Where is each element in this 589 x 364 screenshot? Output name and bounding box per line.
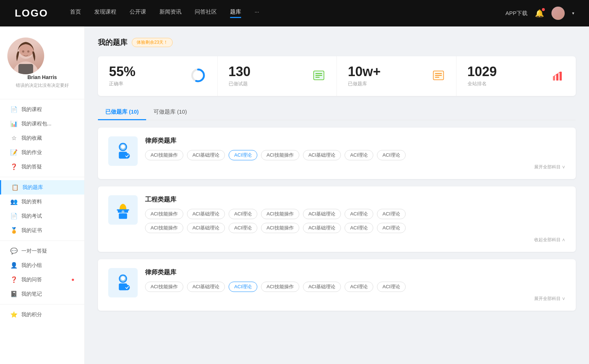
my-notes-icon: 📓 [10, 290, 18, 297]
sidebar-label-my-cert: 我的证书 [21, 227, 74, 234]
tag-eng-r2-6[interactable]: ACI理论 [345, 223, 373, 233]
nav-link-qa[interactable]: 问答社区 [195, 8, 217, 18]
bank-title-lawyer-2: 律师类题库 [145, 268, 565, 276]
sidebar-item-my-homework[interactable]: 📝 我的作业 [0, 145, 84, 160]
bank-card-lawyer-2: 律师类题库 ACI技能操作 ACI基础理论 ACI理论 ACI技能操作 ACI基… [98, 259, 576, 311]
tag-eng-r2-1[interactable]: ACI技能操作 [145, 223, 183, 233]
tag-lawyer1-3[interactable]: ACI理论 [229, 150, 257, 160]
expand-lawyer-1[interactable]: 展开全部科目 ∨ [145, 164, 565, 170]
sidebar-item-my-packages[interactable]: 📊 我的课程包... [0, 117, 84, 131]
tag-lawyer2-4[interactable]: ACI技能操作 [261, 282, 299, 292]
sidebar-item-one-on-one[interactable]: 💬 一对一答疑 [0, 244, 84, 258]
tag-eng-r1-5[interactable]: ACI基础理论 [303, 209, 341, 219]
stat-accuracy-value: 55% [109, 65, 184, 78]
tag-lawyer1-1[interactable]: ACI技能操作 [145, 150, 183, 160]
sidebar-item-my-bank[interactable]: 📋 我的题库 [0, 180, 84, 195]
expand-lawyer-2[interactable]: 展开全部科目 ∨ [145, 296, 565, 302]
sidebar-label-one-on-one: 一对一答疑 [21, 248, 74, 254]
user-menu-chevron[interactable]: ▾ [572, 11, 574, 16]
bank-icon-lawyer-2 [108, 268, 138, 297]
bank-card-engineer: 工程类题库 ACI技能操作 ACI基础理论 ACI理论 ACI技能操作 ACI基… [98, 186, 576, 252]
sidebar-item-my-notes[interactable]: 📓 我的笔记 [0, 287, 84, 301]
tag-eng-r1-6[interactable]: ACI理论 [345, 209, 373, 219]
tag-lawyer1-4[interactable]: ACI技能操作 [261, 150, 299, 160]
svg-rect-26 [119, 213, 127, 219]
tag-lawyer1-6[interactable]: ACI理论 [345, 150, 373, 160]
tag-lawyer2-1[interactable]: ACI技能操作 [145, 282, 183, 292]
my-profile-icon: 👥 [10, 198, 18, 205]
tag-lawyer1-7[interactable]: ACI理论 [377, 150, 406, 160]
sidebar-item-my-qa[interactable]: ❓ 我的答疑 [0, 160, 84, 174]
tag-eng-r1-1[interactable]: ACI技能操作 [145, 209, 183, 219]
nav-link-news[interactable]: 新闻资讯 [159, 8, 181, 18]
sidebar-divider-4 [0, 304, 84, 304]
collapse-engineer[interactable]: 收起全部科目 ∧ [145, 237, 565, 243]
notification-bell[interactable]: 🔔 [535, 9, 544, 18]
tag-eng-r2-5[interactable]: ACI基础理论 [303, 223, 341, 233]
svg-rect-17 [556, 74, 558, 81]
page-layout: Brian Harris 错误的决定比没有决定要好 📄 我的课程 📊 我的课程包… [0, 0, 589, 364]
sidebar-divider-3 [0, 240, 84, 241]
question-dot [72, 279, 74, 281]
stat-done-questions-label: 已做试题 [229, 81, 307, 87]
tag-lawyer1-2[interactable]: ACI基础理论 [187, 150, 225, 160]
app-download-link[interactable]: APP下载 [505, 10, 528, 17]
sidebar-item-my-group[interactable]: 👤 我的小组 [0, 258, 84, 272]
tag-eng-r2-7[interactable]: ACI理论 [377, 223, 406, 233]
sidebar-item-my-favorites[interactable]: ☆ 我的收藏 [0, 131, 84, 145]
bank-content-lawyer-2: 律师类题库 ACI技能操作 ACI基础理论 ACI理论 ACI技能操作 ACI基… [145, 268, 565, 302]
tag-lawyer2-2[interactable]: ACI基础理论 [187, 282, 225, 292]
sidebar-item-my-exam[interactable]: 📄 我的考试 [0, 209, 84, 223]
list-green-icon [312, 69, 325, 83]
bank-tags-eng-row1: ACI技能操作 ACI基础理论 ACI理论 ACI技能操作 ACI基础理论 AC… [145, 209, 565, 219]
bank-icon-lawyer [108, 136, 138, 166]
tag-lawyer2-7[interactable]: ACI理论 [377, 282, 406, 292]
tag-lawyer1-5[interactable]: ACI基础理论 [303, 150, 341, 160]
bank-content-engineer: 工程类题库 ACI技能操作 ACI基础理论 ACI理论 ACI技能操作 ACI基… [145, 195, 565, 243]
page-header: 我的题库 体验剩余23天！ [98, 38, 576, 47]
stat-done-banks-label: 已做题库 [348, 81, 426, 87]
my-exam-icon: 📄 [10, 213, 18, 220]
tag-eng-r1-2[interactable]: ACI基础理论 [187, 209, 225, 219]
bank-icon-engineer [108, 195, 138, 225]
user-profile: Brian Harris 错误的决定比没有决定要好 [0, 38, 84, 96]
tag-lawyer2-6[interactable]: ACI理论 [345, 282, 373, 292]
tag-eng-r1-3[interactable]: ACI理论 [229, 209, 257, 219]
stat-accuracy: 55% 正确率 [98, 56, 218, 96]
tag-eng-r2-3[interactable]: ACI理论 [229, 223, 257, 233]
sidebar-item-my-courses[interactable]: 📄 我的课程 [0, 102, 84, 117]
nav-link-discover[interactable]: 发现课程 [94, 8, 116, 18]
my-group-icon: 👤 [10, 262, 18, 269]
my-qa-icon: ❓ [10, 163, 18, 170]
nav-link-question-bank[interactable]: 题库 [230, 8, 241, 18]
nav-link-more[interactable]: ··· [254, 8, 259, 18]
tab-done-banks[interactable]: 已做题库 (10) [98, 105, 146, 120]
tag-lawyer2-5[interactable]: ACI基础理论 [303, 282, 341, 292]
sidebar-label-my-profile: 我的资料 [21, 199, 74, 205]
tag-eng-r1-4[interactable]: ACI技能操作 [261, 209, 299, 219]
sidebar-label-my-notes: 我的笔记 [21, 291, 74, 297]
tag-eng-r2-2[interactable]: ACI基础理论 [187, 223, 225, 233]
bank-card-header: 律师类题库 ACI技能操作 ACI基础理论 ACI理论 ACI技能操作 ACI基… [108, 136, 565, 170]
sidebar-item-my-profile[interactable]: 👥 我的资料 [0, 195, 84, 209]
nav-link-home[interactable]: 首页 [70, 8, 81, 18]
nav-link-open[interactable]: 公开课 [130, 8, 146, 18]
my-bank-icon: 📋 [11, 184, 19, 191]
svg-point-27 [121, 210, 124, 213]
sidebar-item-my-points[interactable]: ⭐ 我的积分 [0, 307, 84, 322]
tag-lawyer2-3[interactable]: ACI理论 [229, 282, 257, 292]
bank-tags-lawyer-2: ACI技能操作 ACI基础理论 ACI理论 ACI技能操作 ACI基础理论 AC… [145, 282, 565, 292]
my-questions-icon: ❓ [10, 276, 18, 283]
stat-accuracy-text: 55% 正确率 [109, 65, 184, 87]
bank-title-engineer: 工程类题库 [145, 195, 565, 204]
notification-dot [542, 8, 545, 11]
tag-eng-r2-4[interactable]: ACI技能操作 [261, 223, 299, 233]
sidebar-item-my-cert[interactable]: 🏅 我的证书 [0, 223, 84, 238]
user-avatar[interactable] [551, 7, 565, 20]
tab-available-banks[interactable]: 可做题库 (10) [146, 105, 194, 120]
tag-eng-r1-7[interactable]: ACI理论 [377, 209, 406, 219]
sidebar-item-my-questions[interactable]: ❓ 我的问答 [0, 272, 84, 287]
my-cert-icon: 🏅 [10, 227, 18, 234]
sidebar-label-my-questions: 我的问答 [21, 276, 68, 283]
page-title: 我的题库 [98, 38, 127, 47]
